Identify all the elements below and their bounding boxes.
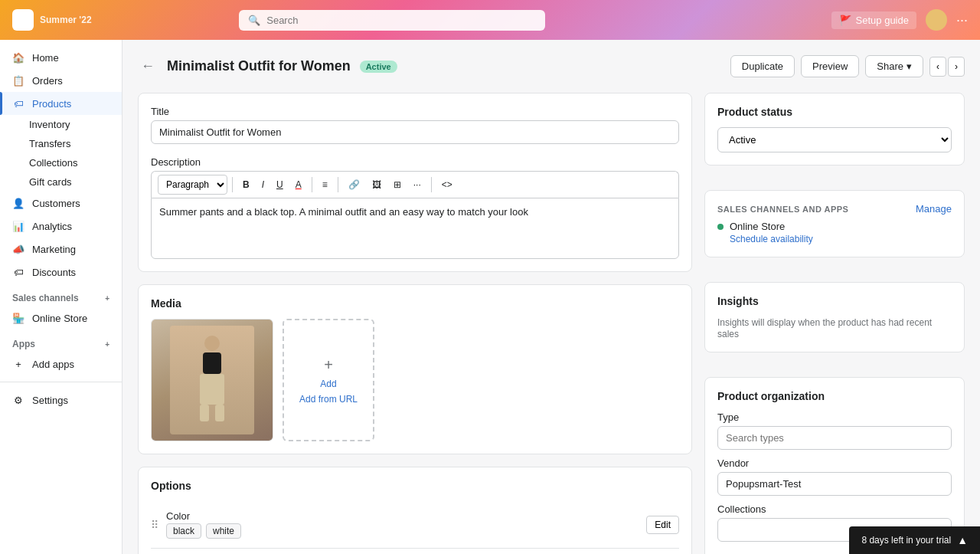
title-card: Title Description Paragraph B I U A — [138, 93, 692, 272]
discounts-icon: 🏷 — [12, 266, 24, 278]
more-button[interactable]: ··· — [408, 175, 426, 195]
color-tag-black: black — [166, 523, 201, 539]
italic-button[interactable]: I — [256, 175, 270, 195]
search-input[interactable] — [266, 15, 536, 26]
table-button[interactable]: ⊞ — [388, 175, 407, 195]
media-grid: + Add Add from URL — [151, 319, 679, 441]
svg-rect-1 — [203, 352, 221, 374]
title-label: Title — [151, 106, 679, 117]
sidebar-subitem-collections[interactable]: Collections — [0, 153, 122, 172]
sidebar-subitem-inventory[interactable]: Inventory — [0, 115, 122, 134]
online-store-row: Online Store — [717, 221, 952, 232]
share-chevron-icon: ▾ — [906, 61, 912, 72]
topbar: 🛍 Summer '22 🔍 🚩 Setup guide ··· — [0, 0, 980, 40]
orders-icon: 📋 — [12, 74, 24, 87]
sales-channels-header-row: SALES CHANNELS AND APPS Manage — [717, 203, 952, 215]
add-url-link[interactable]: Add from URL — [299, 394, 358, 405]
back-button[interactable]: ← — [138, 55, 158, 77]
next-arrow[interactable]: › — [948, 57, 965, 77]
setup-guide-button[interactable]: 🚩 Setup guide — [831, 11, 916, 29]
nav-arrows: ‹ › — [929, 57, 965, 77]
more-menu-icon[interactable]: ··· — [956, 12, 968, 28]
add-apps-icon: + — [12, 358, 24, 370]
format-select[interactable]: Paragraph — [158, 175, 227, 195]
insights-description: Insights will display when the product h… — [717, 317, 932, 339]
edit-option-button[interactable]: Edit — [646, 516, 679, 534]
product-image — [151, 319, 273, 441]
media-upload-button[interactable]: + Add Add from URL — [283, 319, 374, 441]
prev-arrow[interactable]: ‹ — [929, 57, 946, 77]
bold-button[interactable]: B — [237, 175, 255, 195]
sidebar-item-analytics[interactable]: 📊 Analytics — [0, 215, 122, 238]
duplicate-button[interactable]: Duplicate — [730, 55, 795, 77]
header-actions: Duplicate Preview Share ▾ ‹ › — [730, 55, 965, 77]
description-editor[interactable]: Summer pants and a black top. A minimal … — [151, 198, 679, 259]
vendor-input[interactable] — [717, 472, 952, 496]
sidebar: 🏠 Home 📋 Orders 🏷 Products Inventory Tra… — [0, 40, 122, 554]
sidebar-subitem-transfers[interactable]: Transfers — [0, 134, 122, 153]
status-badge: Active — [360, 61, 397, 73]
product-status-title: Product status — [717, 106, 952, 118]
sidebar-item-online-store[interactable]: 🏪 Online Store — [0, 307, 122, 329]
svg-rect-2 — [200, 374, 224, 405]
editor-toolbar: Paragraph B I U A ≡ 🔗 🖼 ⊞ — [151, 171, 679, 198]
sidebar-item-marketing[interactable]: 📣 Marketing — [0, 238, 122, 261]
logo-area: 🛍 Summer '22 — [12, 9, 92, 31]
trial-banner[interactable]: 8 days left in your trial ▲ — [849, 526, 980, 554]
type-label: Type — [717, 411, 952, 423]
status-select[interactable]: Active — [717, 127, 952, 152]
sidebar-item-products[interactable]: 🏷 Products — [0, 92, 122, 115]
home-icon: 🏠 — [12, 51, 24, 64]
search-bar[interactable]: 🔍 — [239, 10, 545, 31]
toolbar-sep-3 — [338, 177, 338, 192]
sidebar-subitem-gift-cards[interactable]: Gift cards — [0, 172, 122, 192]
page-header: ← Minimalist Outfit for Women Active Dup… — [138, 55, 965, 77]
content-grid: Title Description Paragraph B I U A — [138, 93, 965, 554]
sidebar-item-settings[interactable]: ⚙ Settings — [0, 388, 122, 411]
marketing-icon: 📣 — [12, 243, 24, 255]
sidebar-item-orders[interactable]: 📋 Orders — [0, 69, 122, 92]
preview-button[interactable]: Preview — [801, 55, 859, 77]
expand-icon[interactable]: + — [105, 294, 109, 303]
online-store-icon: 🏪 — [12, 312, 24, 324]
analytics-icon: 📊 — [12, 220, 24, 232]
align-button[interactable]: ≡ — [317, 175, 333, 195]
image-button[interactable]: 🖼 — [367, 175, 387, 195]
options-card: Options ⠿ Color black white Edit — [138, 467, 692, 554]
drag-handle-icon[interactable]: ⠿ — [151, 519, 158, 531]
description-label: Description — [151, 156, 679, 168]
avatar[interactable] — [926, 9, 947, 31]
sidebar-item-customers[interactable]: 👤 Customers — [0, 192, 122, 215]
left-column: Title Description Paragraph B I U A — [138, 93, 692, 554]
type-input[interactable] — [717, 426, 952, 450]
title-input[interactable] — [151, 120, 679, 144]
main-content: ← Minimalist Outfit for Women Active Dup… — [122, 40, 980, 554]
link-button[interactable]: 🔗 — [343, 175, 365, 195]
sidebar-bottom: ⚙ Settings — [0, 382, 122, 411]
add-media-link[interactable]: Add — [320, 379, 336, 389]
app-layout: 🏠 Home 📋 Orders 🏷 Products Inventory Tra… — [0, 40, 980, 554]
collections-label: Collections — [717, 503, 952, 515]
add-option-button[interactable]: + Add another option — [151, 549, 245, 554]
code-button[interactable]: <> — [436, 175, 458, 195]
sidebar-item-home[interactable]: 🏠 Home — [0, 46, 122, 69]
right-panel: Product status Active SALES CHANNELS AND… — [704, 93, 965, 554]
svg-rect-3 — [200, 405, 209, 421]
toolbar-sep-2 — [312, 177, 312, 192]
underline-button[interactable]: U — [271, 175, 289, 195]
insights-card: Insights Insights will display when the … — [704, 282, 965, 352]
product-org-title: Product organization — [717, 390, 952, 402]
color-option-info: Color black white — [166, 510, 241, 539]
share-button[interactable]: Share ▾ — [865, 55, 923, 77]
product-status-card: Product status Active — [704, 93, 965, 166]
toolbar-sep-4 — [431, 177, 432, 192]
online-dot — [717, 224, 724, 230]
schedule-link[interactable]: Schedule availability — [730, 234, 952, 244]
color-option-label: Color — [166, 510, 241, 522]
apps-expand-icon[interactable]: + — [105, 340, 109, 349]
color-button[interactable]: A — [290, 175, 307, 195]
sales-channels-manage-link[interactable]: Manage — [916, 203, 952, 215]
vendor-label: Vendor — [717, 457, 952, 469]
sidebar-item-discounts[interactable]: 🏷 Discounts — [0, 261, 122, 284]
sidebar-item-add-apps[interactable]: + Add apps — [0, 352, 122, 375]
